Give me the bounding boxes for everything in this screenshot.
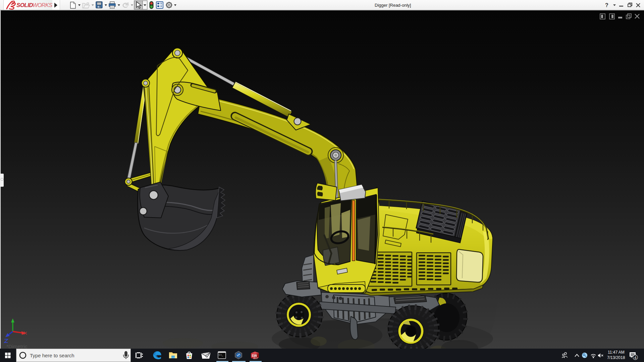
svg-text:Type here to search: Type here to search [30,353,74,358]
svg-text:SOLID: SOLID [16,2,33,8]
svg-text:WORKS: WORKS [33,2,52,8]
svg-text:2017: 2017 [253,357,258,359]
svg-text:?: ? [605,2,608,8]
svg-text:C:\_: C:\_ [219,354,223,356]
svg-text:11:47 AM: 11:47 AM [608,350,625,355]
svg-text:4: 4 [634,356,636,360]
svg-text:7/13/2018: 7/13/2018 [607,355,625,360]
